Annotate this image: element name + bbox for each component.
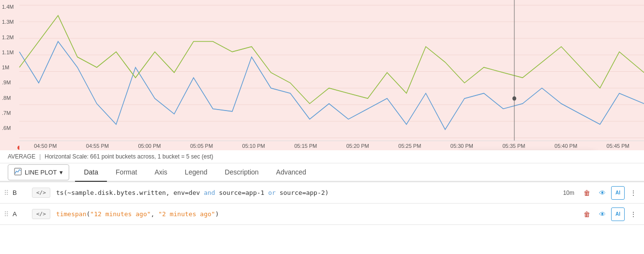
chart-svg [0,0,644,150]
query-text-a: timespan("12 minutes ago", "2 minutes ag… [56,210,580,218]
row-label-b: B [13,189,32,196]
tab-advanced[interactable]: Advanced [268,163,315,182]
x-label: 04:55 PM [86,143,109,149]
x-label: 05:15 PM [294,143,317,149]
tabs-bar: LINE PLOT ▾ Data Format Axis Legend Desc… [0,163,644,182]
y-label: .6M [2,125,14,131]
chart-container: 1.4M 1.3M 1.2M 1.1M 1M .9M .8M .7M .6M 0 [0,0,644,150]
delete-button-b[interactable]: 🗑 [580,186,594,200]
ai-button-b[interactable]: AI [611,186,625,200]
tab-description[interactable]: Description [216,163,268,182]
eye-button-b[interactable]: 👁 [596,186,609,200]
data-rows: ⠿ B </> ts(~sample.disk.bytes.written, e… [0,182,644,225]
x-label: 05:05 PM [190,143,213,149]
code-button-a[interactable]: </> [32,209,50,219]
more-button-b[interactable]: ⋮ [627,186,640,200]
tab-legend[interactable]: Legend [176,163,216,182]
x-label: 05:00 PM [138,143,161,149]
y-label: 1.2M [2,34,14,40]
tab-data[interactable]: Data [75,163,107,182]
x-label: 05:25 PM [398,143,421,149]
row-actions-b: 10m 🗑 👁 AI ⋮ [563,186,640,200]
query-text-b: ts(~sample.disk.bytes.written, env=dev a… [56,189,563,196]
x-label: 05:20 PM [346,143,369,149]
delete-button-a[interactable]: 🗑 [580,207,594,221]
duration-badge-b: 10m [563,190,574,196]
line-plot-icon [14,168,22,177]
row-actions-a: 🗑 👁 AI ⋮ [580,207,640,221]
more-button-a[interactable]: ⋮ [627,207,640,221]
metrics-separator: | [39,153,41,160]
table-row: ⠿ A </> timespan("12 minutes ago", "2 mi… [0,204,644,225]
ai-button-a[interactable]: AI [611,207,625,221]
y-axis: 1.4M 1.3M 1.2M 1.1M 1M .9M .8M .7M .6M [0,0,15,141]
row-label-a: A [13,210,32,218]
x-label: 05:30 PM [450,143,473,149]
x-label: 05:45 PM [607,143,629,149]
x-axis: 04:50 PM 04:55 PM 05:00 PM 05:05 PM 05:1… [19,141,644,150]
svg-point-11 [512,96,516,101]
tab-format[interactable]: Format [107,163,146,182]
y-label: .7M [2,110,14,116]
y-label: .8M [2,95,14,101]
y-label: 1M [2,64,14,70]
eye-button-a[interactable]: 👁 [596,207,609,221]
average-label: AVERAGE [8,153,35,160]
drag-handle-b[interactable]: ⠿ [4,189,9,197]
metrics-bar: AVERAGE | Horizontal Scale: 661 point bu… [0,150,644,163]
line-plot-label: LINE PLOT [25,169,57,176]
x-label: 05:40 PM [554,143,577,149]
code-button-b[interactable]: </> [32,188,50,198]
table-row: ⠿ B </> ts(~sample.disk.bytes.written, e… [0,182,644,204]
y-label: 1.3M [2,19,14,25]
tab-axis[interactable]: Axis [146,163,176,182]
chevron-down-icon: ▾ [60,169,63,176]
x-label: 05:35 PM [502,143,525,149]
y-label: 1.1M [2,49,14,55]
bottom-section: AVERAGE | Horizontal Scale: 661 point bu… [0,150,644,225]
line-plot-button[interactable]: LINE PLOT ▾ [8,164,69,180]
drag-handle-a[interactable]: ⠿ [4,210,9,218]
y-label: 1.4M [2,4,14,10]
y-label: .9M [2,79,14,85]
x-label: 04:50 PM [34,143,57,149]
x-label: 05:10 PM [242,143,265,149]
metrics-description: Horizontal Scale: 661 point buckets acro… [45,153,213,160]
